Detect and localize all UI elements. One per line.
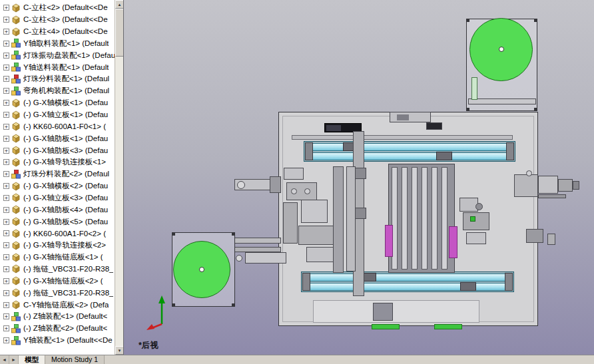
tree-item[interactable]: + (-) G-X轴肋板<4> (Defau xyxy=(0,204,115,216)
magenta-block-right[interactable] xyxy=(449,226,457,258)
expand-icon[interactable]: + xyxy=(3,76,9,82)
tree-item[interactable]: + C-立柱<2> (Default<<De xyxy=(0,2,115,14)
tree-item[interactable]: + 灯珠振动盘装配<1> (Defaul xyxy=(0,49,115,61)
expand-icon[interactable]: + xyxy=(3,53,9,59)
expand-icon[interactable]: + xyxy=(3,65,9,71)
scroll-down-icon[interactable]: ▼ xyxy=(115,346,124,355)
component-icon xyxy=(11,336,21,345)
tree-item[interactable]: + (-) G-X轴拖链底板<1> ( xyxy=(0,252,115,264)
tree-item[interactable]: + (-) G-X轴导轨连接板<2> xyxy=(0,240,115,252)
tree-item[interactable]: + (-) 拖链_VBC31-F20-R38_ xyxy=(0,287,115,299)
tree-item[interactable]: + Y轴送料装配<1> (Default xyxy=(0,61,115,73)
tree-item[interactable]: + 弯角机构装配<1> (Defaul xyxy=(0,85,115,97)
tree-item-label: C-立柱<4> (Default<<De xyxy=(23,27,108,37)
expand-icon[interactable]: + xyxy=(3,171,9,177)
expand-icon[interactable]: + xyxy=(3,100,9,106)
expand-icon[interactable]: + xyxy=(3,230,9,236)
knob-circle xyxy=(237,181,245,189)
expand-icon[interactable]: + xyxy=(3,183,9,189)
green-marker xyxy=(470,216,475,222)
scrollbar-thumb[interactable] xyxy=(115,9,124,57)
frame-corner xyxy=(172,232,175,236)
tree-item[interactable]: + (-) KK60-600A1-F0<2> ( xyxy=(0,228,115,240)
expand-icon[interactable]: + xyxy=(3,29,9,35)
tree-item[interactable]: + Y轴取料装配<1> (Default xyxy=(0,38,115,50)
scroll-up-icon[interactable]: ▲ xyxy=(115,0,124,9)
tree-item[interactable]: + C-立柱<4> (Default<<De xyxy=(0,26,115,38)
expand-icon[interactable]: + xyxy=(3,302,9,308)
expand-icon[interactable]: + xyxy=(3,313,9,319)
tree-item[interactable]: + (-) 拖链_VBC31-F20-R38_ xyxy=(0,264,115,275)
tree-item[interactable]: + (-) G-X轴导轨连接板<1> xyxy=(0,156,115,168)
expand-icon[interactable]: + xyxy=(3,41,9,47)
expand-icon[interactable]: + xyxy=(3,278,9,284)
expand-icon[interactable]: + xyxy=(3,337,9,343)
tree-item[interactable]: + (-) G-X轴肋板<1> (Defau xyxy=(0,132,115,144)
tab-scroll-right-icon[interactable]: ► xyxy=(9,355,19,364)
expand-icon[interactable]: + xyxy=(3,17,9,23)
tree-item[interactable]: + (-) G-X轴横板<1> (Defau xyxy=(0,97,115,109)
graphics-area[interactable]: *后视 xyxy=(124,0,594,355)
tree-item[interactable]: + (-) KK60-600A1-F0<1> ( xyxy=(0,120,115,132)
tree-item[interactable]: + (-) G-X轴横板<2> (Defau xyxy=(0,180,115,192)
tree-item[interactable]: + 灯珠分料装配<2> (Defaul xyxy=(0,168,115,180)
tree-item[interactable]: + (-) G-X轴肋板<5> (Defau xyxy=(0,216,115,228)
tree-item[interactable]: + (-) G-X轴肋板<3> (Defau xyxy=(0,144,115,156)
tree-item[interactable]: + (-) Z轴装配<1> (Default< xyxy=(0,311,115,323)
support-bar xyxy=(292,135,513,140)
view-name-label: *后视 xyxy=(139,340,158,351)
x-rail-top[interactable] xyxy=(304,141,515,162)
component-icon xyxy=(11,134,21,143)
tree-item[interactable]: + (-) G-X轴立板<3> (Defau xyxy=(0,192,115,204)
tree-item[interactable]: + (-) G-X轴拖链底板<2> ( xyxy=(0,275,115,287)
tab-model[interactable]: 模型 xyxy=(19,355,45,364)
tree-item[interactable]: + C-Y轴拖链底板<2> (Defa xyxy=(0,299,115,311)
expand-icon[interactable]: + xyxy=(3,88,9,94)
expand-icon[interactable]: + xyxy=(3,254,9,260)
tab-scroll-left-icon[interactable]: ◄ xyxy=(0,355,9,364)
tree-item-label: 弯角机构装配<1> (Defaul xyxy=(23,86,109,96)
tree-item-label: C-立柱<2> (Default<<De xyxy=(23,3,108,13)
component-icon xyxy=(11,276,21,285)
tree-item[interactable]: + (-) Z轴装配<2> (Default< xyxy=(0,323,115,335)
expand-icon[interactable]: + xyxy=(3,159,9,165)
expand-icon[interactable]: + xyxy=(3,325,9,331)
expand-icon[interactable]: + xyxy=(3,290,9,296)
expand-icon[interactable]: + xyxy=(3,195,9,201)
tree-item[interactable]: + Y轴装配<1> (Default<<De xyxy=(0,335,115,347)
top-unit-detail xyxy=(397,114,409,120)
y-rail xyxy=(422,167,428,270)
right-cluster-block xyxy=(466,232,486,244)
y-rail-panel[interactable] xyxy=(388,164,455,273)
expand-icon[interactable]: + xyxy=(3,207,9,213)
expand-icon[interactable]: + xyxy=(3,148,9,154)
expand-icon[interactable]: + xyxy=(3,5,9,11)
tree-item-label: C-Y轴拖链底板<2> (Defa xyxy=(23,300,109,310)
magenta-block-left[interactable] xyxy=(385,225,393,257)
right-extension-block[interactable] xyxy=(514,174,538,197)
expand-icon[interactable]: + xyxy=(3,136,9,142)
tree-item[interactable]: + (-) G-X轴立板<1> (Defau xyxy=(0,109,115,121)
tree-scrollbar[interactable]: ▲ ▼ xyxy=(115,0,123,355)
expand-icon[interactable]: + xyxy=(3,124,9,130)
feeder-arm-bar xyxy=(234,247,281,252)
rail-endcap xyxy=(505,273,513,291)
rail-guide xyxy=(306,152,513,160)
bearing-circle xyxy=(475,203,483,210)
rail-carriage xyxy=(460,282,476,291)
component-icon xyxy=(11,27,21,37)
expand-icon[interactable]: + xyxy=(3,219,9,225)
tree-item-label: (-) G-X轴立板<1> (Defau xyxy=(23,110,108,120)
tree-item[interactable]: + 灯珠分料装配<1> (Defaul xyxy=(0,73,115,85)
expand-icon[interactable]: + xyxy=(3,266,9,272)
expand-icon[interactable]: + xyxy=(3,242,9,248)
rail-guide xyxy=(306,143,513,151)
feeder-arm-plate xyxy=(245,252,286,264)
expand-icon[interactable]: + xyxy=(3,112,9,118)
x-rail-bottom[interactable] xyxy=(301,272,514,292)
component-icon xyxy=(11,110,21,120)
tab-motion-study[interactable]: Motion Study 1 xyxy=(45,355,105,364)
frame-corner xyxy=(534,108,537,111)
tree-item[interactable]: + C-立柱<3> (Default<<De xyxy=(0,14,115,26)
y-rail xyxy=(402,167,408,270)
